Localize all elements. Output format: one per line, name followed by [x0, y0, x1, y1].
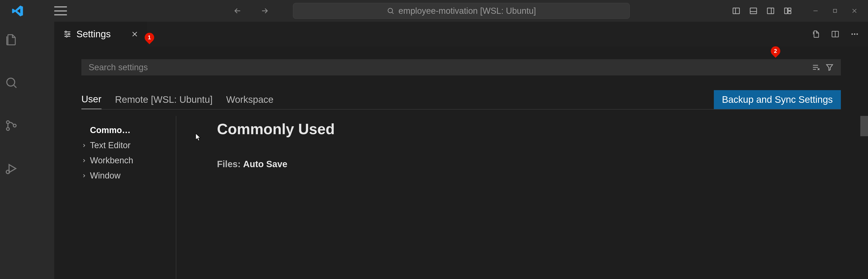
source-control-icon[interactable]	[4, 119, 18, 132]
chevron-right-icon	[81, 158, 87, 163]
settings-content: Commonly Used Files: Auto Save	[176, 116, 868, 279]
maximize-icon[interactable]	[832, 8, 838, 14]
window-controls	[812, 8, 858, 14]
toc-commonly-used[interactable]: Commo…	[81, 123, 176, 138]
more-actions-icon[interactable]	[850, 30, 859, 38]
scope-tab-remote[interactable]: Remote [WSL: Ubuntu]	[115, 94, 213, 109]
search-icon	[387, 7, 395, 15]
tab-label: Settings	[76, 29, 111, 39]
toc-text-editor[interactable]: Text Editor	[81, 138, 176, 153]
setting-files-autosave[interactable]: Files: Auto Save	[217, 159, 868, 169]
svg-point-21	[68, 33, 70, 35]
svg-point-0	[388, 8, 393, 13]
svg-rect-9	[788, 11, 791, 14]
svg-point-26	[854, 33, 855, 35]
tab-settings[interactable]: Settings	[54, 22, 147, 46]
activity-bar	[0, 22, 23, 279]
toc-workbench[interactable]: Workbench	[81, 153, 176, 168]
title-bar: employee-motivation [WSL: Ubuntu]	[0, 0, 868, 22]
svg-point-20	[65, 31, 67, 33]
tab-close-icon[interactable]	[131, 31, 138, 38]
toggle-secondary-sidebar-icon[interactable]	[766, 6, 775, 15]
svg-point-14	[6, 128, 9, 131]
svg-rect-7	[784, 8, 787, 13]
settings-search-input[interactable]	[89, 63, 807, 72]
svg-rect-11	[833, 9, 837, 12]
tab-bar: Settings	[54, 22, 868, 46]
layout-controls	[732, 6, 864, 15]
svg-rect-3	[750, 8, 757, 13]
svg-rect-5	[767, 8, 774, 13]
nav-forward-icon[interactable]	[260, 6, 269, 16]
vscode-logo-icon	[11, 5, 24, 17]
settings-sliders-icon	[63, 30, 72, 39]
scrollbar-thumb[interactable]	[860, 116, 868, 136]
svg-point-12	[7, 78, 15, 86]
editor-actions	[811, 22, 868, 46]
section-title: Commonly Used	[217, 120, 868, 137]
search-activity-icon[interactable]	[4, 76, 18, 89]
open-settings-json-icon[interactable]	[811, 30, 820, 38]
svg-point-13	[6, 121, 9, 124]
nav-arrows	[233, 6, 269, 16]
settings-search[interactable]	[81, 59, 841, 75]
command-center[interactable]: employee-motivation [WSL: Ubuntu]	[293, 3, 630, 19]
tabbar-spacer	[147, 22, 811, 46]
svg-rect-8	[788, 8, 791, 10]
toggle-panel-icon[interactable]	[749, 6, 758, 15]
svg-point-25	[851, 33, 853, 35]
split-editor-icon[interactable]	[831, 30, 839, 38]
toc-label: Window	[90, 171, 121, 181]
settings-content-area: Commo… Text Editor Workbench Window	[54, 116, 868, 279]
scope-tab-user[interactable]: User	[81, 94, 101, 109]
minimize-icon[interactable]	[812, 8, 819, 14]
run-debug-icon[interactable]	[4, 162, 18, 175]
filter-icon[interactable]	[826, 63, 834, 71]
chevron-right-icon	[81, 143, 87, 148]
svg-point-27	[857, 33, 858, 35]
explorer-icon[interactable]	[4, 33, 18, 46]
svg-point-16	[6, 170, 10, 174]
backup-sync-button[interactable]: Backup and Sync Settings	[714, 90, 841, 109]
menu-icon[interactable]	[54, 6, 67, 16]
nav-back-icon[interactable]	[233, 6, 242, 16]
toc-label: Workbench	[90, 156, 133, 165]
clear-search-icon[interactable]	[812, 63, 820, 71]
command-center-text: employee-motivation [WSL: Ubuntu]	[399, 6, 536, 16]
toc-label: Text Editor	[90, 141, 131, 150]
settings-toc: Commo… Text Editor Workbench Window	[54, 116, 176, 279]
scope-divider	[81, 109, 841, 110]
setting-name: Auto Save	[243, 159, 287, 169]
customize-layout-icon[interactable]	[783, 6, 792, 15]
toggle-primary-sidebar-icon[interactable]	[732, 6, 741, 15]
toc-label: Commo…	[90, 125, 130, 135]
main-area: Settings User Remote [WSL: Ubuntu] Works…	[0, 22, 868, 279]
toc-window[interactable]: Window	[81, 168, 176, 183]
editor-column: Settings User Remote [WSL: Ubuntu] Works…	[54, 22, 868, 279]
svg-point-22	[66, 36, 67, 37]
close-icon[interactable]	[851, 8, 858, 14]
setting-prefix: Files:	[217, 159, 243, 169]
settings-editor: User Remote [WSL: Ubuntu] Workspace Back…	[54, 46, 868, 279]
scope-tab-workspace[interactable]: Workspace	[226, 94, 274, 109]
settings-scope-tabs: User Remote [WSL: Ubuntu] Workspace Back…	[81, 90, 841, 109]
svg-rect-1	[733, 8, 740, 13]
chevron-right-icon	[81, 173, 87, 179]
svg-point-15	[13, 124, 16, 127]
